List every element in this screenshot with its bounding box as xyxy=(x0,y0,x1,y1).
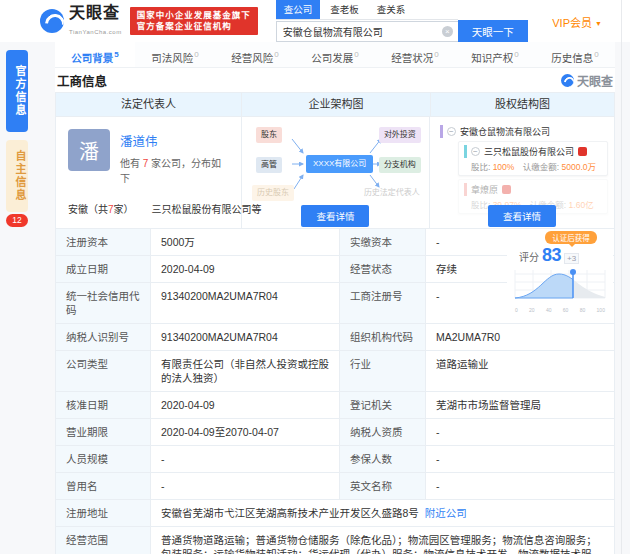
equity-child-values: 股比: 100% 认缴金额: 5000.0万 xyxy=(471,160,602,172)
search-tab-boss[interactable]: 查老板 xyxy=(322,0,367,19)
search-input[interactable] xyxy=(276,21,458,42)
search-tab-company[interactable]: 查公司 xyxy=(276,0,321,19)
cert-badge-line1: 国家中小企业发展基金旗下 xyxy=(137,10,251,21)
cert-badge-line2: 官方备案企业征信机构 xyxy=(137,21,251,32)
col-header-equity-chart: 股权结构图 xyxy=(431,93,614,116)
logo-subtitle: TianYanCha.com xyxy=(69,29,122,35)
table-row-former-name: 曾用名- 英文名称- xyxy=(56,472,614,499)
equity-chart-detail-button[interactable]: 查看详情 xyxy=(488,205,556,227)
score-cert-badge[interactable]: 认证后获得 xyxy=(545,231,597,244)
score-distribution-chart xyxy=(511,266,609,304)
watermark-logo: 天眼查 xyxy=(561,72,613,89)
search-button[interactable]: 天眼一下 xyxy=(458,20,528,43)
self-info-count-badge: 12 xyxy=(6,214,28,227)
section-title: 工商信息 xyxy=(57,71,107,90)
tab-company-background[interactable]: 公司背景5 xyxy=(55,42,135,67)
org-node-executive[interactable]: 高管 xyxy=(256,157,282,173)
tab-company-development[interactable]: 公司发展0 xyxy=(295,42,375,67)
org-node-company-center[interactable]: XXXX有限公司 xyxy=(306,155,373,173)
table-row-business-term: 营业期限2020-04-09至2070-04-07 纳税人资质- xyxy=(56,418,614,445)
equity-child-node[interactable]: − 三只松鼠股份有限公司 股比: 100% 认缴金额: 5000.0万 xyxy=(458,141,608,176)
nearby-company-link[interactable]: 附近公司 xyxy=(425,507,467,519)
table-row-business-scope: 经营范围 普通货物道路运输；普通货物仓储服务（除危化品）；物流园区管理服务；物流… xyxy=(56,526,614,554)
org-node-history-legal-rep[interactable]: 历史法定代表人 xyxy=(359,185,425,201)
page: 天眼查 TianYanCha.com 国家中小企业发展基金旗下 官方备案企业征信… xyxy=(0,0,630,554)
score-value: 83 xyxy=(542,245,561,266)
main-content: 公司背景5 司法风险0 经营风险0 公司发展0 经营状况0 知识产权0 历史信息… xyxy=(55,42,615,554)
business-scope-text: 普通货物道路运输；普通货物仓储服务（除危化品）；物流园区管理服务；物流信息咨询服… xyxy=(151,527,614,554)
table-row-company-type: 公司类型有限责任公司（非自然人投资或控股的法人独资） 行业道路运输业 xyxy=(56,350,614,391)
legal-rep-name-link[interactable]: 潘道伟 xyxy=(120,131,231,150)
company-nav-tabs: 公司背景5 司法风险0 经营风险0 公司发展0 经营状况0 知识产权0 历史信息… xyxy=(55,42,615,68)
tab-operation-risk[interactable]: 经营风险0 xyxy=(215,42,295,67)
tab-judicial-risk[interactable]: 司法风险0 xyxy=(135,42,215,67)
tab-operation-status[interactable]: 经营状况0 xyxy=(375,42,455,67)
registered-address: 安徽省芜湖市弋江区芜湖高新技术产业开发区久盛路8号 xyxy=(161,507,419,519)
org-node-shareholder[interactable]: 股东 xyxy=(256,127,282,143)
table-row-registered-address: 注册地址 安徽省芜湖市弋江区芜湖高新技术产业开发区久盛路8号附近公司 xyxy=(56,499,614,526)
collapse-minus-icon[interactable]: − xyxy=(447,127,456,136)
vip-menu[interactable]: VIP会员 ▼ xyxy=(552,14,602,30)
squirrel-logo-icon xyxy=(502,185,511,194)
legal-rep-desc: 他有 7 家公司，分布如下 xyxy=(120,155,231,185)
watermark-logo-icon xyxy=(561,74,574,87)
org-chart-detail-button[interactable]: 查看详情 xyxy=(301,205,369,227)
col-header-org-chart: 企业架构图 xyxy=(242,93,431,116)
region-company-count[interactable]: 安徽（共7家） xyxy=(68,201,134,216)
table-row-taxpayer-id: 纳税人识别号91340200MA2UMA7R04 组织机构代码MA2UMA7R0 xyxy=(56,323,614,350)
top-bar: 天眼查 TianYanCha.com 国家中小企业发展基金旗下 官方备案企业征信… xyxy=(0,0,630,42)
caret-down-icon: ▼ xyxy=(595,20,602,27)
clear-icon[interactable]: × xyxy=(442,26,453,37)
table-row-approval-date: 核准日期2020-04-09 登记机关芜湖市市场监督管理局 xyxy=(56,391,614,418)
legal-rep-cell: 潘 潘道伟 他有 7 家公司，分布如下 安徽（共7家） 三只松鼠股份有限公司等 xyxy=(56,117,242,228)
search-tab-relation[interactable]: 查关系 xyxy=(369,0,414,19)
tianyancha-logo-icon xyxy=(40,9,64,33)
tianyancha-logo[interactable]: 天眼查 TianYanCha.com xyxy=(40,5,122,37)
equity-root-node[interactable]: − 安徽仓鼠物流有限公司 xyxy=(440,125,608,138)
score-axis-ticks: 020406080100 xyxy=(511,307,609,313)
org-node-branch[interactable]: 分支机构 xyxy=(379,157,421,173)
sidebar-tag-self-info[interactable]: 自主信息 xyxy=(6,140,28,212)
avatar[interactable]: 潘 xyxy=(68,129,110,171)
search-area: 查公司 查老板 查关系 × 天眼一下 xyxy=(276,0,528,43)
org-node-investment[interactable]: 对外投资 xyxy=(379,127,421,143)
score-delta: +3 xyxy=(564,253,579,264)
overview-header-row: 法定代表人 企业架构图 股权结构图 xyxy=(56,93,614,116)
org-node-history-shareholder[interactable]: 历史股东 xyxy=(252,185,294,201)
sidebar-tag-official-info[interactable]: 官方信息 xyxy=(6,50,28,132)
equity-chart-cell: − 安徽仓鼠物流有限公司 − 三只松鼠股份有限公司 股比: 100% 认缴金额: xyxy=(430,117,614,229)
certification-badge: 国家中小企业发展基金旗下 官方备案企业征信机构 xyxy=(130,7,258,35)
col-header-legal-rep: 法定代表人 xyxy=(56,93,242,116)
page-edge-divider xyxy=(621,0,622,554)
search-tabs: 查公司 查老板 查关系 xyxy=(276,0,458,20)
squirrel-logo-icon xyxy=(578,147,587,156)
tab-intellectual-property[interactable]: 知识产权0 xyxy=(455,42,535,67)
org-chart-cell: 股东 高管 历史股东 XXXX有限公司 对外投资 分支机构 历史法定代表人 查看… xyxy=(242,117,430,229)
logo-text: 天眼查 TianYanCha.com xyxy=(69,5,122,37)
logo-title: 天眼查 xyxy=(69,5,122,21)
collapse-minus-icon[interactable]: − xyxy=(471,147,480,156)
company-score-widget: 认证后获得 评分 83 +3 xyxy=(507,229,613,309)
score-label: 评分 xyxy=(519,249,539,264)
tab-history-info[interactable]: 历史信息0 xyxy=(535,42,615,67)
table-row-staff-size: 人员规模- 参保人数- xyxy=(56,445,614,472)
